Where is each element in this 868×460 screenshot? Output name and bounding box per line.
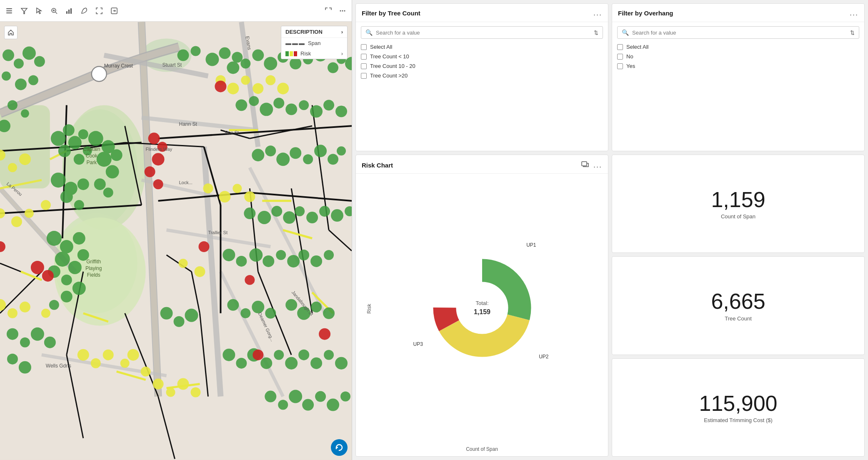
- svg-text:Stuart St: Stuart St: [163, 62, 182, 68]
- svg-point-75: [3, 50, 14, 61]
- tree-select-all-checkbox[interactable]: [361, 44, 367, 50]
- filter-overhang-title: Filter by Overhang: [618, 10, 673, 17]
- svg-point-157: [73, 232, 85, 245]
- chart-body: Risk UP1 UP2 UP3: [356, 174, 608, 444]
- svg-text:Captain: Captain: [83, 146, 100, 152]
- filter-tree-gt20[interactable]: Tree Count >20: [361, 72, 603, 79]
- tree-select-all-label: Select All: [370, 44, 392, 50]
- overhang-search-icon: 🔍: [622, 29, 629, 36]
- svg-point-79: [2, 71, 11, 80]
- svg-point-194: [278, 400, 288, 410]
- legend-chevron-icon[interactable]: ›: [341, 29, 343, 35]
- svg-point-147: [236, 256, 247, 267]
- svg-text:Trallier St: Trallier St: [208, 230, 228, 235]
- more-options-icon[interactable]: [338, 6, 348, 16]
- svg-point-120: [235, 99, 247, 111]
- svg-point-130: [265, 145, 276, 156]
- overhang-sort-icon[interactable]: ⇅: [850, 30, 855, 36]
- tree-search-input[interactable]: [376, 30, 590, 36]
- legend-description-label: DESCRIPTION: [285, 29, 323, 35]
- filter-overhang-more-button[interactable]: ...: [850, 9, 858, 18]
- filter-tree-select-all[interactable]: Select All: [361, 44, 603, 50]
- svg-text:Hann St: Hann St: [179, 121, 197, 127]
- svg-point-162: [61, 275, 72, 285]
- zoom-icon[interactable]: [49, 6, 59, 16]
- filter-overhang-yes[interactable]: Yes: [617, 63, 859, 69]
- svg-point-191: [324, 350, 334, 360]
- svg-point-110: [240, 59, 250, 69]
- refresh-button[interactable]: [331, 439, 348, 456]
- overhang-yes-checkbox[interactable]: [617, 63, 623, 69]
- map-container[interactable]: Evans Murray Crest Stuart St Hann St Loc…: [0, 0, 352, 460]
- cursor-icon[interactable]: [34, 6, 44, 16]
- svg-point-146: [223, 249, 235, 261]
- tree-10-20-checkbox[interactable]: [361, 63, 367, 69]
- filter-overhang-no[interactable]: No: [617, 53, 859, 60]
- svg-point-128: [335, 105, 347, 117]
- filter-overhang-search[interactable]: 🔍 ⇅: [617, 26, 859, 39]
- overhang-search-input[interactable]: [632, 30, 847, 36]
- tree-sort-icon[interactable]: ⇅: [594, 30, 598, 36]
- svg-point-219: [177, 378, 189, 390]
- svg-point-167: [20, 338, 30, 348]
- filter-tree-more-button[interactable]: ...: [593, 9, 602, 18]
- legend-risk-item: Risk ›: [281, 48, 347, 59]
- svg-point-133: [303, 154, 313, 164]
- overhang-no-label: No: [626, 53, 633, 60]
- filter-icon[interactable]: [19, 6, 29, 16]
- svg-point-86: [63, 124, 75, 136]
- chart-more-icon[interactable]: ...: [593, 161, 602, 170]
- tree-lt10-checkbox[interactable]: [361, 54, 367, 60]
- svg-point-220: [190, 388, 200, 398]
- svg-point-96: [74, 200, 84, 210]
- overhang-select-all-checkbox[interactable]: [617, 44, 623, 50]
- map-canvas[interactable]: Evans Murray Crest Stuart St Hann St Loc…: [0, 22, 352, 460]
- overhang-no-checkbox[interactable]: [617, 54, 623, 60]
- svg-point-231: [233, 184, 242, 193]
- svg-point-123: [273, 98, 284, 108]
- svg-point-94: [78, 178, 89, 190]
- legend-risk-chevron[interactable]: ›: [341, 50, 343, 57]
- svg-point-213: [103, 350, 114, 360]
- svg-point-126: [310, 105, 323, 118]
- draw-icon[interactable]: [79, 6, 89, 16]
- svg-point-178: [265, 308, 276, 319]
- svg-point-124: [285, 103, 297, 115]
- expand-icon[interactable]: [323, 6, 333, 16]
- svg-point-244: [319, 328, 330, 340]
- donut-chart: Total: 1,159: [424, 250, 540, 366]
- svg-point-240: [153, 179, 163, 189]
- svg-point-189: [298, 350, 309, 360]
- chart-export-icon[interactable]: [581, 160, 589, 170]
- filter-tree-lt10[interactable]: Tree Count < 10: [361, 53, 603, 60]
- tree-search-icon: 🔍: [365, 29, 373, 36]
- export-icon[interactable]: [109, 6, 119, 16]
- stats-column: 1,159 Count of Span 6,665 Tree Count 115…: [612, 155, 865, 457]
- tree-gt20-checkbox[interactable]: [361, 73, 367, 79]
- filter-tree-search[interactable]: 🔍 ⇅: [361, 26, 603, 39]
- svg-text:Park: Park: [86, 160, 97, 165]
- overhang-select-all-label: Select All: [626, 44, 648, 50]
- svg-point-92: [51, 172, 66, 188]
- svg-point-144: [331, 209, 343, 222]
- svg-point-173: [174, 316, 185, 327]
- chart-header: Risk Chart ...: [356, 155, 608, 174]
- svg-point-197: [315, 391, 326, 402]
- svg-point-192: [335, 357, 348, 370]
- fullscreen-icon[interactable]: [94, 6, 104, 16]
- filter-overhang-select-all[interactable]: Select All: [617, 44, 859, 50]
- home-button[interactable]: [4, 26, 18, 39]
- filter-overhang-options: Select All No Yes: [612, 41, 864, 74]
- svg-point-132: [290, 147, 301, 159]
- svg-point-206: [41, 200, 51, 210]
- filter-tree-10-20[interactable]: Tree Count 10 - 20: [361, 63, 603, 69]
- svg-point-216: [141, 367, 151, 377]
- svg-rect-9: [66, 11, 68, 14]
- svg-point-77: [23, 47, 36, 60]
- chart-icon[interactable]: [64, 6, 74, 16]
- svg-point-188: [285, 357, 298, 370]
- svg-point-143: [319, 206, 330, 217]
- list-icon[interactable]: [4, 6, 14, 16]
- svg-point-236: [148, 132, 160, 144]
- svg-point-114: [290, 58, 301, 70]
